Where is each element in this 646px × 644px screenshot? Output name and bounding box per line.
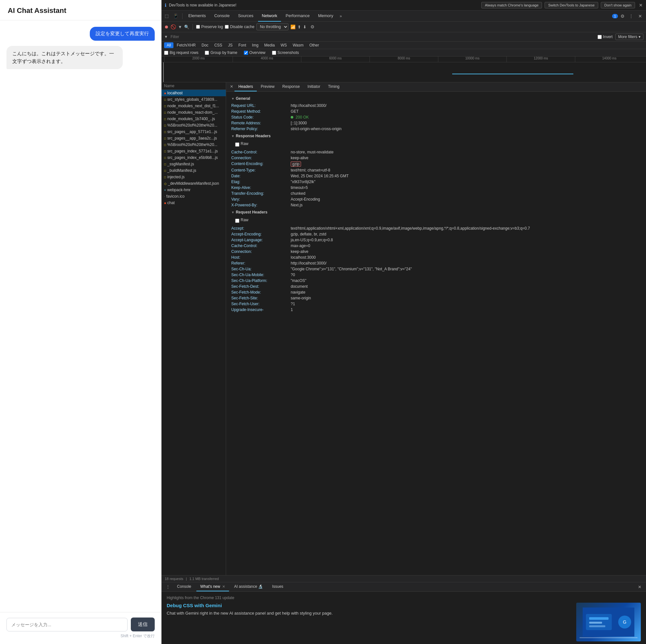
file-item-8[interactable]: □ %5Broot%20of%20the%20... xyxy=(162,141,226,148)
throttle-select[interactable]: No throttling xyxy=(256,23,289,30)
timeline-area[interactable]: 2000 ms 4000 ms 6000 ms 8000 ms 10000 ms… xyxy=(162,57,646,82)
tab-sources[interactable]: Sources xyxy=(234,11,257,22)
match-language-button[interactable]: Always match Chrome's language xyxy=(481,2,542,8)
wifi-icon[interactable]: 📶 xyxy=(290,24,296,29)
file-item-6[interactable]: □ src_pages__app_5771e1...js xyxy=(162,128,226,135)
disable-cache-checkbox[interactable]: Disable cache xyxy=(225,24,254,29)
type-btn-font[interactable]: Font xyxy=(236,42,249,48)
tab-timing[interactable]: Timing xyxy=(324,82,343,91)
type-btn-fetch-xhr[interactable]: Fetch/XHR xyxy=(174,42,198,48)
file-item-5[interactable]: □ %5Broot%20of%20the%20... xyxy=(162,122,226,128)
download-icon[interactable]: ⬇ xyxy=(303,24,307,29)
tab-console[interactable]: Console xyxy=(210,11,233,22)
tab-elements[interactable]: Elements xyxy=(185,11,210,22)
infobar-close-icon[interactable]: ✕ xyxy=(639,3,643,8)
devtools-close-icon[interactable]: ✕ xyxy=(636,12,645,20)
preserve-log-checkbox[interactable]: Preserve log xyxy=(196,24,223,29)
big-request-rows-checkbox[interactable]: Big request rows xyxy=(164,50,198,55)
type-btn-all[interactable]: All xyxy=(164,42,174,48)
header-content-type: Content-Type: text/html; charset=utf-8 xyxy=(231,167,641,173)
file-item-11[interactable]: □ _ssgManifest.js xyxy=(162,161,226,167)
devtools-panel: ℹ DevTools is now available in Japanese!… xyxy=(162,0,646,644)
type-btn-doc[interactable]: Doc xyxy=(199,42,211,48)
bottom-panel-close-icon[interactable]: ✕ xyxy=(636,583,643,591)
file-item-2[interactable]: □ node_modules_next_dist_f1... xyxy=(162,103,226,109)
inspect-icon[interactable]: ⬚ xyxy=(163,12,171,20)
panel-close-icon[interactable]: ✕ xyxy=(229,82,234,91)
infobar-message: DevTools is now available in Japanese! xyxy=(169,3,479,7)
file-item-10[interactable]: □ src_pages_index_e5b9b8...js xyxy=(162,154,226,161)
file-item-3[interactable]: □ node_modules_react-dom_... xyxy=(162,109,226,116)
request-headers-section-title[interactable]: ▼ Request Headers xyxy=(231,208,641,216)
chat-title: AI Chat Assistant xyxy=(0,0,161,20)
invert-checkbox[interactable]: Invert xyxy=(598,34,613,39)
tab-response[interactable]: Response xyxy=(279,82,304,91)
type-btn-img[interactable]: Img xyxy=(249,42,261,48)
type-btn-ws[interactable]: WS xyxy=(278,42,290,48)
file-item-7[interactable]: □ src_pages__app_3aea2c...js xyxy=(162,135,226,141)
chevron-down-icon: ▾ xyxy=(639,34,641,39)
more-options-icon[interactable]: ⋮ xyxy=(627,13,635,20)
file-name-9: src_pages_index_5771e1...js xyxy=(167,149,218,153)
file-item-15[interactable]: + webpack-hmr xyxy=(162,187,226,193)
response-headers-section-title[interactable]: ▼ Response Headers xyxy=(231,132,641,140)
type-btn-wasm[interactable]: Wasm xyxy=(290,42,306,48)
device-icon[interactable]: 📱 xyxy=(171,12,180,20)
overview-checkbox[interactable]: Overview xyxy=(244,50,265,55)
tab-performance[interactable]: Performance xyxy=(282,11,313,22)
network-settings-icon[interactable]: ⚙ xyxy=(309,23,317,31)
screenshots-checkbox[interactable]: Screenshots xyxy=(272,50,299,55)
bottom-tab-issues[interactable]: Issues xyxy=(268,582,287,592)
ruler-mark-1: 2000 ms xyxy=(164,57,233,62)
filter-input[interactable] xyxy=(171,34,595,39)
more-filters-button[interactable]: More filters ▾ xyxy=(615,33,643,40)
file-item-4[interactable]: □ node_modules_1b7400_..js xyxy=(162,116,226,122)
send-button[interactable]: 送信 xyxy=(131,618,155,631)
req-header-cache-control: Cache-Control: max-age=0 xyxy=(231,243,641,249)
file-item-9[interactable]: □ src_pages_index_5771e1...js xyxy=(162,148,226,154)
settings-icon[interactable]: ⚙ xyxy=(619,12,627,20)
options-row: Big request rows Group by frame Overview… xyxy=(162,49,646,57)
file-icon-js-5: □ xyxy=(164,124,166,127)
status-dot xyxy=(291,116,293,118)
file-item-14[interactable]: ◇ _devMiddlewareManifest.json xyxy=(162,180,226,187)
tab-network[interactable]: Network xyxy=(258,11,281,22)
type-btn-js[interactable]: JS xyxy=(225,42,235,48)
upload-icon[interactable]: ⬆ xyxy=(298,24,301,29)
req-header-sec-ch-ua-platform: Sec-Ch-Ua-Platform: "macOS" xyxy=(231,278,641,284)
file-item-chat[interactable]: ■ chat xyxy=(162,200,226,206)
bottom-tab-console[interactable]: Console xyxy=(173,582,195,592)
dont-show-again-button[interactable]: Don't show again xyxy=(601,2,635,8)
file-item-12[interactable]: □ _buildManifest.js xyxy=(162,167,226,174)
record-button[interactable]: ⏺ xyxy=(164,24,169,29)
type-btn-media[interactable]: Media xyxy=(261,42,278,48)
chat-input[interactable] xyxy=(6,618,128,631)
tab-headers[interactable]: Headers xyxy=(234,82,257,91)
chat-input-area: 送信 Shift + Enter で改行 xyxy=(0,612,161,644)
switch-devtools-button[interactable]: Switch DevTools to Japanese xyxy=(545,2,598,8)
file-item-1[interactable]: □ src_styles_globals_473809... xyxy=(162,96,226,103)
bottom-content: Highlights from the Chrome 131 update De… xyxy=(162,592,646,644)
ruler-mark-7: 14000 ms xyxy=(575,57,643,62)
group-by-frame-checkbox[interactable]: Group by frame xyxy=(205,50,237,55)
header-content-encoding: Content-Encoding: gzip xyxy=(231,161,641,167)
tab-preview[interactable]: Preview xyxy=(257,82,279,91)
clear-button[interactable]: 🚫 xyxy=(171,24,176,29)
type-btn-css[interactable]: CSS xyxy=(212,42,225,48)
type-btn-other[interactable]: Other xyxy=(307,42,322,48)
general-section-title[interactable]: ▼ General xyxy=(231,94,641,103)
raw-response-checkbox[interactable]: Raw xyxy=(231,140,641,149)
bottom-panel-drag-icon[interactable]: ⋮ xyxy=(164,583,172,591)
bottom-tab-whats-new[interactable]: What's new ✕ xyxy=(196,582,229,592)
bottom-tab-ai-assistance[interactable]: AI assistance 🔬 xyxy=(230,582,267,592)
whats-new-close-icon[interactable]: ✕ xyxy=(222,584,225,589)
file-item-localhost[interactable]: ■ localhost xyxy=(162,90,226,96)
filter-icon[interactable]: ▼ xyxy=(178,24,182,29)
raw-request-checkbox[interactable]: Raw xyxy=(231,216,641,225)
more-tabs-icon[interactable]: » xyxy=(338,13,344,20)
file-item-13[interactable]: □ injected.js xyxy=(162,174,226,180)
file-item-16[interactable]: · favicon.ico xyxy=(162,193,226,200)
search-icon[interactable]: 🔍 xyxy=(184,24,189,29)
tab-memory[interactable]: Memory xyxy=(314,11,337,22)
tab-initiator[interactable]: Initiator xyxy=(304,82,324,91)
